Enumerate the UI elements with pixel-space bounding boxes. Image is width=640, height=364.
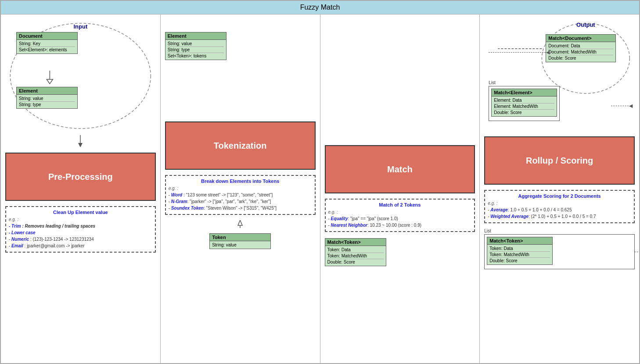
element-field-2: String: type	[19, 102, 75, 107]
match-token-field-3: Double: Score	[327, 259, 384, 265]
match-token2-field-1: Token: Data	[489, 246, 550, 252]
document-class-header: Document	[17, 32, 77, 40]
element-col2-field-1: String: value	[168, 41, 224, 47]
desc-email: - Email : jparker@gmail.com -> jparker	[9, 243, 85, 248]
column-rollup: Output Match<Document> Document: Data Do…	[480, 14, 639, 363]
rollup-desc-title: Aggregate Scoring for 2 Documents	[488, 193, 631, 199]
column-match: Match Match of 2 Tokens e.g. : - Equalit…	[320, 14, 480, 363]
rollup-desc: Aggregate Scoring for 2 Documents e.g. :…	[484, 190, 635, 223]
svg-text:Output: Output	[576, 21, 595, 28]
match-doc-field-3: Double: Score	[548, 55, 613, 61]
content-area: Input Document String: Key Set<Element>:…	[1, 14, 639, 363]
match-desc-title: Match of 2 Tokens	[328, 202, 472, 207]
token-class: Token String: value	[209, 233, 271, 251]
element-class-col1-header: Element	[17, 87, 77, 95]
match-token2-field-3: Double: Score	[489, 258, 550, 264]
title-bar: Fuzzy Match	[1, 1, 639, 14]
match-doc-field-1: Document: Data	[548, 43, 613, 49]
svg-text:Input: Input	[73, 23, 87, 30]
list-element-group: List Match<Element> Element: Data Elemen…	[489, 80, 560, 122]
match-token2-field-2: Token: MatchedWith	[489, 252, 550, 258]
match-token2-header: Match<Token>	[487, 237, 552, 245]
match-element-field-3: Double: Score	[494, 110, 554, 115]
token-class-header: Token	[210, 234, 270, 241]
tokenization-desc: Break down Elements into Tokens e.g. : -…	[165, 175, 316, 215]
main-title: Fuzzy Match	[300, 4, 340, 11]
element-class-col1: Element String: value String: type	[16, 87, 78, 111]
list-label-2: List	[484, 228, 635, 233]
desc-eg-1: e.g. :	[9, 217, 18, 222]
column-preprocessing: Input Document String: Key Set<Element>:…	[1, 14, 161, 363]
element-field-1: String: value	[19, 96, 75, 102]
match-element-header: Match<Element>	[492, 89, 557, 96]
tokenization-box: Tokenization	[165, 121, 316, 170]
list-label-1: List	[489, 80, 560, 85]
svg-marker-3	[47, 79, 53, 84]
rollup-box: Rollup / Scoring	[484, 136, 635, 185]
match-desc: Match of 2 Tokens e.g. : - Equality: "jp…	[325, 199, 475, 232]
element-col2-field-2: String: type	[168, 47, 224, 53]
preprocessing-desc: Clean Up Element value e.g. : - Trim : R…	[5, 206, 156, 253]
svg-marker-5	[78, 143, 83, 147]
preprocessing-desc-title: Clean Up Element value	[9, 210, 152, 215]
match-doc-class: Match<Document> Document: Data Document:…	[546, 34, 616, 64]
match-element-field-2: Element: MatchedWith	[494, 103, 554, 110]
list-token-group: List Match<Token> Token: Data Token: Mat…	[484, 228, 635, 270]
main-container: Fuzzy Match Input D	[0, 0, 640, 364]
element-col2-field-3: Set<Token>: tokens	[168, 53, 224, 59]
element-col2-header: Element	[165, 32, 226, 40]
match-token-class: Match<Token> Token: Data Token: MatchedW…	[325, 238, 475, 268]
column-tokenization: Element String: value String: type Set<T…	[161, 14, 320, 363]
match-box: Match	[325, 145, 475, 193]
document-field-2: Set<Element>: elements	[19, 47, 75, 53]
token-field-1: String: value	[212, 242, 268, 248]
document-field-1: String: Key	[19, 41, 75, 47]
document-class: Document String: Key Set<Element>: eleme…	[16, 32, 78, 56]
preprocessing-box: Pre-Processing	[5, 153, 156, 201]
match-doc-header: Match<Document>	[546, 35, 615, 42]
match-element-field-1: Element: Data	[494, 97, 554, 103]
match-token-field-1: Token: Data	[327, 247, 384, 253]
match-token-header: Match<Token>	[325, 239, 386, 246]
desc-numeric: - Numeric : (123)-123-1234 -> 1231231234	[9, 237, 94, 242]
match-doc-field-2: Document: MatchedWith	[548, 49, 613, 55]
match-token-field-2: Token: MatchedWith	[327, 253, 384, 259]
element-class-col2: Element String: value String: type Set<T…	[165, 32, 316, 62]
tokenization-desc-title: Break down Elements into Tokens	[169, 178, 312, 184]
desc-lower: - Lower case	[9, 230, 36, 235]
svg-marker-7	[238, 220, 242, 225]
desc-trim: - Trim : Removes leading / trailing spac…	[9, 224, 95, 228]
